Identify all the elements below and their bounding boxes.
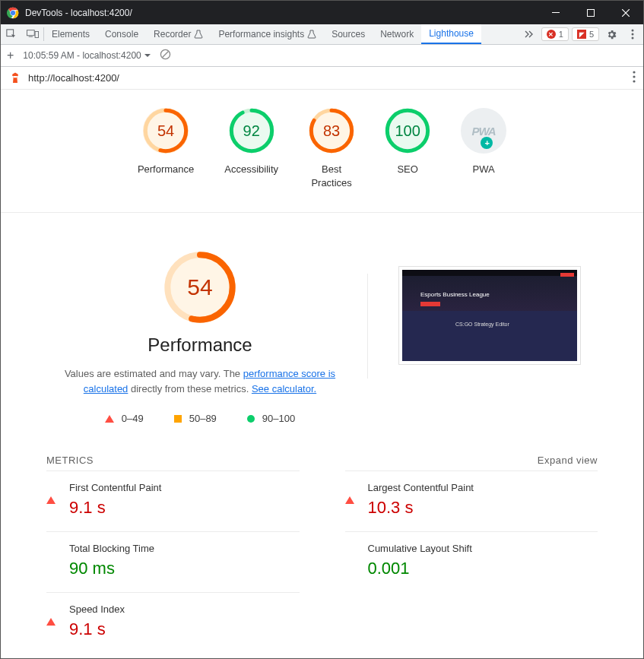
svg-rect-9 (35, 31, 38, 37)
circle-green-icon (247, 415, 255, 423)
svg-point-12 (632, 33, 634, 36)
chevron-down-icon (144, 54, 151, 58)
lighthouse-toolbar: + 10:05:59 AM - localhost:4200 (1, 45, 643, 67)
lighthouse-report[interactable]: 54 Performance 92 Accessibility 83 Best … (1, 90, 643, 658)
svg-point-4 (11, 11, 15, 15)
tab-recorder[interactable]: Recorder (146, 24, 211, 44)
triangle-red-icon (105, 415, 114, 423)
flask-icon (307, 30, 316, 39)
svg-point-18 (633, 80, 635, 82)
report-url: http://localhost:4200/ (28, 72, 119, 84)
more-tabs-icon[interactable] (519, 30, 540, 38)
issues-badge[interactable]: ◤5 (572, 27, 599, 41)
svg-rect-5 (552, 12, 560, 13)
triangle-red-icon (345, 483, 354, 504)
settings-icon[interactable] (601, 29, 622, 40)
svg-point-13 (632, 37, 634, 40)
clear-button[interactable] (160, 49, 171, 62)
metric-tbt[interactable]: Total Blocking Time90 ms (46, 531, 300, 592)
svg-point-16 (633, 71, 635, 73)
chrome-icon (7, 7, 19, 19)
issue-icon: ◤ (577, 30, 586, 39)
errors-badge[interactable]: ✕1 (541, 27, 569, 41)
lighthouse-url-bar: http://localhost:4200/ (1, 67, 643, 90)
close-button[interactable] (608, 1, 643, 24)
gauge-best-practices[interactable]: 83 Best Practices (309, 108, 354, 189)
square-orange-icon (174, 415, 182, 423)
tab-elements[interactable]: Elements (44, 24, 97, 44)
metric-lcp[interactable]: Largest Contentful Paint10.3 s (345, 470, 598, 531)
report-menu-icon[interactable] (633, 71, 636, 85)
kebab-menu-icon[interactable] (622, 29, 643, 40)
tab-console[interactable]: Console (97, 24, 146, 44)
pwa-icon: PWA+ (461, 108, 506, 154)
svg-rect-8 (27, 30, 34, 36)
new-report-button[interactable]: + (7, 49, 14, 62)
svg-point-17 (633, 75, 635, 78)
tab-performance-insights[interactable]: Performance insights (211, 24, 324, 44)
metrics-heading: METRICS (46, 455, 94, 466)
lighthouse-icon (8, 71, 22, 85)
maximize-button[interactable] (573, 1, 608, 24)
triangle-red-icon (46, 483, 56, 504)
performance-description: Values are estimated and may vary. The p… (63, 366, 337, 396)
metric-cls[interactable]: Cumulative Layout Shift0.001 (345, 531, 598, 592)
metric-speed-index[interactable]: Speed Index9.1 s (46, 592, 300, 653)
score-gauges-row: 54 Performance 92 Accessibility 83 Best … (1, 90, 643, 213)
tab-network[interactable]: Network (373, 24, 421, 44)
triangle-red-icon (46, 605, 56, 626)
window-titlebar: DevTools - localhost:4200/ (1, 1, 643, 24)
error-icon: ✕ (547, 30, 556, 39)
minimize-button[interactable] (538, 1, 573, 24)
svg-rect-6 (588, 9, 595, 16)
tab-lighthouse[interactable]: Lighthouse (421, 24, 481, 44)
performance-title: Performance (63, 334, 337, 356)
report-select[interactable]: 10:05:59 AM - localhost:4200 (23, 50, 150, 61)
calculator-link[interactable]: See calculator. (252, 383, 316, 394)
window-title: DevTools - localhost:4200/ (25, 8, 132, 18)
tab-sources[interactable]: Sources (324, 24, 373, 44)
svg-rect-10 (29, 36, 33, 37)
page-screenshot-thumbnail[interactable]: Esports Business League CS:GO Strategy E… (398, 266, 581, 365)
performance-section-header: 54 Performance Values are estimated and … (1, 213, 643, 447)
inspect-icon[interactable] (1, 24, 22, 44)
devtools-tabstrip: Elements Console Recorder Performance in… (1, 24, 643, 45)
gauge-performance[interactable]: 54 Performance (138, 108, 194, 189)
svg-rect-15 (14, 76, 17, 78)
metrics-section: METRICS Expand view First Contentful Pai… (1, 447, 643, 658)
gauge-pwa[interactable]: PWA+ PWA (461, 108, 506, 189)
gauge-seo[interactable]: 100 SEO (385, 108, 430, 189)
svg-point-11 (632, 30, 634, 32)
device-toggle-icon[interactable] (22, 24, 43, 44)
gauge-accessibility[interactable]: 92 Accessibility (224, 108, 278, 189)
flask-icon (194, 30, 203, 39)
performance-big-gauge: 54 (163, 251, 236, 324)
score-legend: 0–49 50–89 90–100 (63, 413, 337, 424)
metric-fcp[interactable]: First Contentful Paint9.1 s (46, 470, 300, 531)
expand-view-button[interactable]: Expand view (538, 455, 598, 466)
